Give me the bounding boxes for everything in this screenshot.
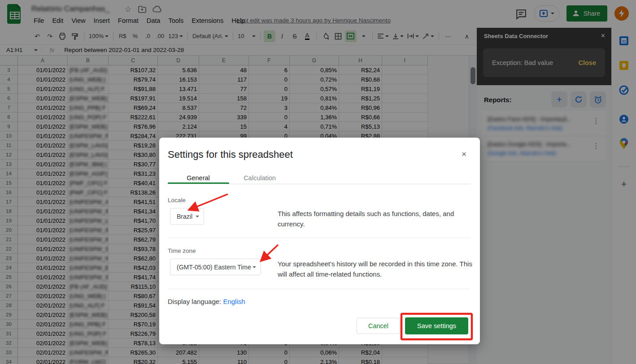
timezone-value: (GMT-05:00) Eastern Time: [177, 264, 251, 271]
display-language-label: Display language:: [168, 298, 221, 305]
tab-general[interactable]: General: [168, 174, 229, 182]
timezone-dropdown[interactable]: (GMT-05:00) Eastern Time: [170, 259, 261, 275]
locale-description: This affects formatting details such as …: [278, 208, 470, 230]
tab-calculation[interactable]: Calculation: [229, 174, 290, 182]
locale-label: Locale: [168, 197, 186, 204]
caret-down-icon: [253, 266, 256, 268]
caret-down-icon: [196, 216, 199, 217]
display-language-row: Display language: English: [168, 298, 245, 305]
display-language-link[interactable]: English: [223, 298, 245, 305]
save-settings-button[interactable]: Save settings: [405, 317, 468, 334]
google-sheets-app: Relatório Campanhas_ ☆ File Edit View In…: [0, 0, 636, 364]
dialog-title: Settings for this spreadsheet: [168, 149, 293, 160]
spreadsheet-settings-dialog: Settings for this spreadsheet × General …: [159, 138, 480, 344]
dialog-close-icon[interactable]: ×: [462, 149, 466, 159]
locale-dropdown[interactable]: Brazil: [170, 208, 204, 225]
timezone-label: Time zone: [168, 247, 196, 254]
tabs-divider: [168, 184, 470, 184]
timezone-description: Your spreadsheet's history will be recor…: [278, 259, 477, 280]
section-divider: [168, 289, 470, 289]
locale-value: Brazil: [177, 213, 192, 220]
active-tab-underline: [168, 182, 229, 184]
section-divider: [168, 238, 470, 238]
cancel-button[interactable]: Cancel: [357, 318, 400, 334]
